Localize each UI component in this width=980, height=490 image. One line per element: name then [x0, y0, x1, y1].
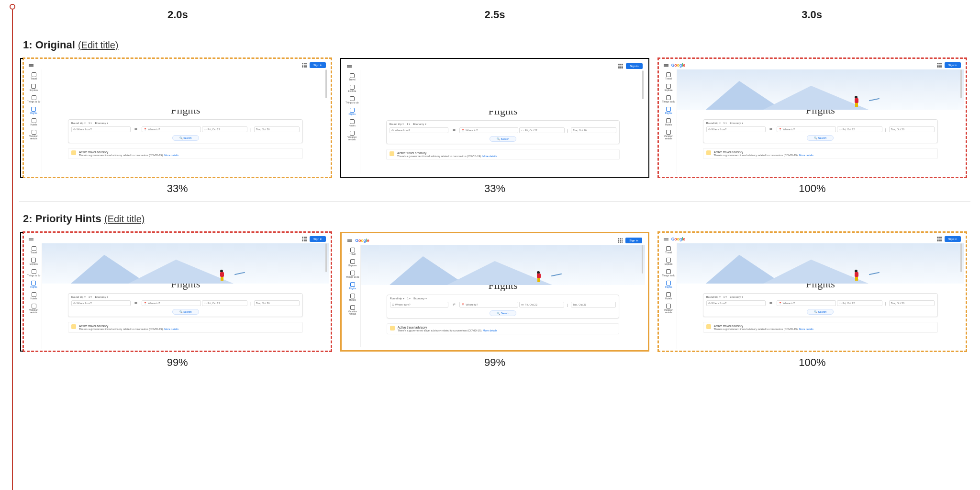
scrollbar[interactable] [325, 69, 327, 98]
sidebar-item[interactable]: Hotels [30, 118, 37, 126]
sidebar-item[interactable]: Explore [348, 259, 356, 267]
where-from-input[interactable]: ⊙ Where from? [706, 300, 766, 306]
sidebar-item[interactable]: Things to do [27, 95, 41, 103]
advisory-link[interactable]: More details [164, 328, 178, 330]
sidebar-item[interactable]: Travel [31, 72, 37, 80]
hamburger-icon[interactable] [29, 64, 33, 67]
scrollbar[interactable] [642, 245, 643, 273]
trip-type-select[interactable]: Round trip [706, 122, 721, 125]
swap-icon[interactable]: ⇄ [132, 300, 141, 306]
trip-type-select[interactable]: Round trip [390, 123, 404, 125]
sidebar-item[interactable]: Explore [30, 258, 38, 265]
apps-grid-icon[interactable] [302, 63, 307, 68]
sidebar-item[interactable]: Explore [348, 85, 356, 92]
where-to-input[interactable]: 📍 Where to? [142, 126, 201, 132]
sidebar-item[interactable]: Flights [30, 281, 37, 288]
sign-in-button[interactable]: Sign in [945, 236, 961, 242]
apps-grid-icon[interactable] [302, 237, 307, 241]
sidebar-item[interactable]: Travel [665, 246, 672, 254]
sidebar-item[interactable]: Flights [348, 108, 356, 115]
swap-icon[interactable]: ⇄ [449, 127, 458, 133]
screenshot-thumbnail[interactable]: Sign in TravelExploreThings to doFlights… [23, 232, 332, 352]
passengers-select[interactable]: 1 [89, 122, 92, 125]
advisory-link[interactable]: More details [482, 155, 497, 158]
swap-icon[interactable]: ⇄ [767, 300, 776, 306]
sidebar-item[interactable]: Flights [349, 282, 356, 290]
hamburger-icon[interactable] [347, 239, 352, 242]
scrollbar[interactable] [960, 243, 962, 272]
sidebar-item[interactable]: Things to do [662, 95, 675, 103]
scrollbar[interactable] [642, 70, 644, 99]
sign-in-button[interactable]: Sign in [626, 63, 642, 69]
sign-in-button[interactable]: Sign in [310, 236, 326, 242]
sign-in-button[interactable]: Sign in [625, 238, 642, 243]
cabin-select[interactable]: Economy [413, 297, 426, 300]
sidebar-item[interactable]: Hotels [349, 119, 356, 127]
apps-grid-icon[interactable] [618, 238, 623, 243]
hamburger-icon[interactable] [347, 65, 352, 68]
scrollbar[interactable] [960, 69, 962, 98]
sidebar-item[interactable]: Things to do [346, 271, 359, 278]
depart-date-input[interactable]: ▭ Fri, Oct 22 [837, 300, 882, 306]
sidebar-item[interactable]: Hotels [665, 118, 672, 126]
swap-icon[interactable]: ⇄ [767, 126, 776, 132]
hamburger-icon[interactable] [664, 238, 668, 240]
sidebar-item[interactable]: Flights [665, 107, 672, 114]
passengers-select[interactable]: 1 [407, 123, 411, 125]
sidebar-item[interactable]: Travel [349, 73, 356, 81]
screenshot-thumbnail[interactable]: Google Sign in TravelExploreThings to do… [340, 232, 649, 352]
screenshot-thumbnail[interactable]: Google Sign in TravelExploreThings to do… [658, 232, 967, 352]
return-date-input[interactable]: Tue, Oct 26 [254, 300, 300, 306]
where-to-input[interactable]: 📍 Where to? [777, 126, 836, 132]
sidebar-item[interactable]: Hotels [665, 292, 672, 300]
search-button[interactable]: 🔍 Search [807, 309, 834, 315]
search-button[interactable]: 🔍 Search [172, 135, 199, 141]
depart-date-input[interactable]: ▭ Fri, Oct 22 [519, 127, 565, 133]
sidebar-item[interactable]: Explore [30, 84, 38, 91]
passengers-select[interactable]: 1 [407, 297, 411, 300]
edit-title-link[interactable]: (Edit title) [104, 214, 145, 224]
sidebar-item[interactable]: Flights [30, 107, 37, 114]
trip-type-select[interactable]: Round trip [390, 297, 404, 300]
return-date-input[interactable]: Tue, Oct 26 [889, 300, 935, 306]
sidebar-item[interactable]: Things to do [662, 269, 675, 277]
sidebar-item[interactable]: Vacation rentals [345, 131, 359, 141]
where-to-input[interactable]: 📍 Where to? [777, 300, 836, 306]
screenshot-thumbnail[interactable]: Google Sign in TravelExploreThings to do… [658, 58, 967, 178]
advisory-link[interactable]: More details [799, 328, 813, 330]
depart-date-input[interactable]: ▭ Fri, Oct 22 [519, 302, 564, 308]
where-from-input[interactable]: ⊙ Where from? [390, 127, 448, 133]
return-date-input[interactable]: Tue, Oct 26 [571, 127, 616, 133]
passengers-select[interactable]: 1 [724, 296, 727, 298]
return-date-input[interactable]: Tue, Oct 26 [254, 126, 300, 132]
where-from-input[interactable]: ⊙ Where from? [390, 302, 449, 308]
advisory-link[interactable]: More details [799, 154, 813, 157]
sidebar-item[interactable]: Vacation rentals [27, 304, 41, 314]
where-from-input[interactable]: ⊙ Where from? [706, 126, 766, 132]
passengers-select[interactable]: 1 [724, 122, 727, 125]
search-button[interactable]: 🔍 Search [172, 309, 199, 315]
sidebar-item[interactable]: Vacation rentals [27, 130, 41, 140]
depart-date-input[interactable]: ▭ Fri, Oct 22 [202, 300, 247, 306]
where-from-input[interactable]: ⊙ Where from? [71, 126, 131, 132]
sidebar-item[interactable]: Travel [31, 246, 37, 254]
return-date-input[interactable]: Tue, Oct 26 [889, 126, 935, 132]
sidebar-item[interactable]: Travel [349, 248, 356, 255]
cabin-select[interactable]: Economy [730, 296, 743, 298]
cabin-select[interactable]: Economy [95, 296, 108, 298]
advisory-link[interactable]: More details [164, 154, 178, 157]
where-to-input[interactable]: 📍 Where to? [459, 127, 518, 133]
return-date-input[interactable]: Tue, Oct 26 [571, 302, 616, 308]
passengers-select[interactable]: 1 [89, 296, 92, 298]
cabin-select[interactable]: Economy [413, 123, 426, 125]
sidebar-item[interactable]: Travel [665, 72, 672, 80]
screenshot-thumbnail[interactable]: Sign in TravelExploreThings to doFlights… [340, 58, 649, 178]
trip-type-select[interactable]: Round trip [706, 296, 721, 298]
trip-type-select[interactable]: Round trip [71, 296, 86, 298]
sign-in-button[interactable]: Sign in [945, 62, 961, 68]
scrollbar[interactable] [325, 243, 327, 272]
sign-in-button[interactable]: Sign in [310, 62, 326, 68]
swap-icon[interactable]: ⇄ [449, 302, 458, 308]
sidebar-item[interactable]: Explore [665, 258, 673, 265]
where-to-input[interactable]: 📍 Where to? [142, 300, 201, 306]
